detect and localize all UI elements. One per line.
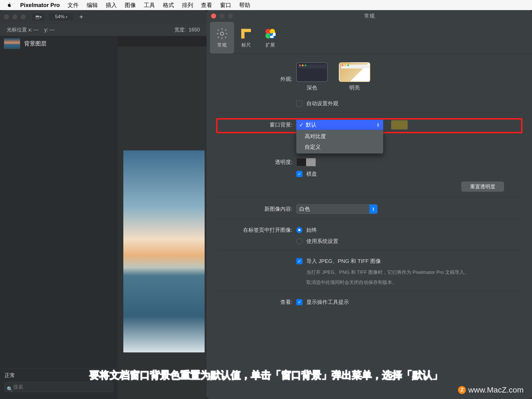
pref-tabs: 常规 标尺 扩展 [207,22,532,54]
menu-view[interactable]: 查看 [201,1,212,9]
sidebar-toggle-button[interactable]: ⬒▾ [31,12,45,21]
transparency-label: 透明度: [218,159,296,166]
tab-extensions[interactable]: 扩展 [258,22,282,54]
menu-insert[interactable]: 插入 [106,1,117,9]
ruler-icon [240,27,253,40]
window-bg-dropdown[interactable]: ✓ 默认 ▲▼ 高对比度 自定义 [296,120,383,130]
layer-thumbnail [4,38,20,49]
document-window: ⬒▾ 54%▾ + 光标位置 x: --- y: --- 宽度: 1650 背景… [0,10,207,399]
menu-help[interactable]: 帮助 [239,1,250,9]
app-name[interactable]: Pixelmator Pro [20,2,60,8]
watermark: Z www.MacZ.com [458,386,524,395]
close-icon[interactable] [211,13,216,19]
transparency-preview[interactable] [296,158,316,166]
bg-color-swatch[interactable] [391,120,408,130]
gear-icon [216,27,228,40]
reset-transparency-button[interactable]: 重置透明度 [461,182,504,192]
dark-thumb [296,62,328,82]
appearance-label: 外观: [218,75,296,83]
search-icon: 🔍 [7,386,13,392]
window-bg-menu: 高对比度 自定义 [296,130,383,153]
pref-body: 外观: 深色 明亮 自动设置外观 窗口背景 [207,54,532,399]
check-icon: ✓ [299,122,304,128]
traffic-lights [4,14,26,19]
menu-tools[interactable]: 工具 [144,1,155,9]
chevron-updown-icon: ▲▼ [369,205,377,214]
menu-file[interactable]: 文件 [68,1,79,9]
zoom-select[interactable]: 54%▾ [48,12,74,21]
import-label: 导入 JPEG、PNG 和 TIFF 图像 [306,258,381,265]
appearance-light-option[interactable]: 明亮 [339,62,370,91]
menu-image[interactable]: 图像 [125,1,136,9]
menu-edit[interactable]: 编辑 [87,1,98,9]
layer-name: 背景图层 [24,40,47,47]
minimize-icon[interactable] [12,14,17,19]
light-thumb [339,62,370,82]
add-button[interactable]: + [77,12,86,21]
minimize-icon[interactable] [219,13,225,19]
open-tabs-system-radio[interactable] [296,238,302,244]
svg-point-0 [220,32,224,35]
menu-arrange[interactable]: 排列 [182,1,193,9]
menu-window[interactable]: 窗口 [220,1,231,9]
window-bg-option-custom[interactable]: 自定义 [296,142,383,152]
tooltips-checkbox[interactable]: ✓ [296,299,302,305]
watermark-icon: Z [458,386,466,394]
canvas-area[interactable] [118,47,207,399]
open-tabs-label: 在标签页中打开图像: [218,226,296,234]
doc-titlebar: ⬒▾ 54%▾ + [0,10,207,24]
apple-icon[interactable] [6,1,12,9]
layer-row[interactable]: 背景图层 [0,36,118,51]
new-image-label: 新图像内容: [218,205,296,213]
import-desc1: 当打开 JPEG、PNG 和 TIFF 图像时，它们将作为 Pixelmator… [306,269,521,276]
zoom-value: 54% [55,14,64,20]
mac-menubar: Pixelmator Pro 文件 编辑 插入 图像 工具 格式 排列 查看 窗… [0,0,532,10]
checker-label: 棋盘 [306,170,317,178]
window-bg-row: 窗口背景: ✓ 默认 ▲▼ 高对比度 自定义 [218,120,521,130]
layers-panel: 背景图层 [0,36,118,399]
document-image [123,150,205,352]
new-image-select[interactable]: 白色 ▲▼ [296,204,378,214]
width-readout: 宽度: 1650 [174,26,200,33]
window-bg-option-contrast[interactable]: 高对比度 [296,131,383,142]
auto-appearance-checkbox[interactable] [296,100,302,107]
maximize-icon[interactable] [21,14,26,19]
cursor-readout: 光标位置 x: --- y: --- [7,26,55,33]
auto-appearance-label: 自动设置外观 [306,100,338,107]
view-label: 查看: [218,299,296,306]
chevron-updown-icon: ▲▼ [375,120,381,130]
close-icon[interactable] [4,14,9,19]
pref-title: 常规 [364,12,375,20]
pref-titlebar: 常规 [207,10,532,22]
maximize-icon[interactable] [228,13,233,19]
extension-icon [264,27,277,40]
search-input[interactable] [4,382,113,392]
annotation-caption: 要将文档窗口背景色重置为默认值，单击「窗口背景」弹出菜单，选择「默认」 [11,368,521,382]
tab-general[interactable]: 常规 [210,22,234,54]
import-checkbox[interactable]: ✓ [296,258,302,264]
import-desc2: 取消选中此项同时会关闭自动保存和版本。 [306,279,521,286]
info-bar: 光标位置 x: --- y: --- 宽度: 1650 [0,24,207,36]
appearance-dark-option[interactable]: 深色 [296,62,328,91]
checker-checkbox[interactable]: ✓ [296,171,302,177]
preferences-window: 常规 常规 标尺 扩展 外观: 深色 [207,10,532,399]
window-bg-label: 窗口背景: [218,121,296,129]
menu-format[interactable]: 格式 [163,1,174,9]
open-tabs-always-radio[interactable] [296,227,302,233]
tab-ruler[interactable]: 标尺 [234,22,258,54]
